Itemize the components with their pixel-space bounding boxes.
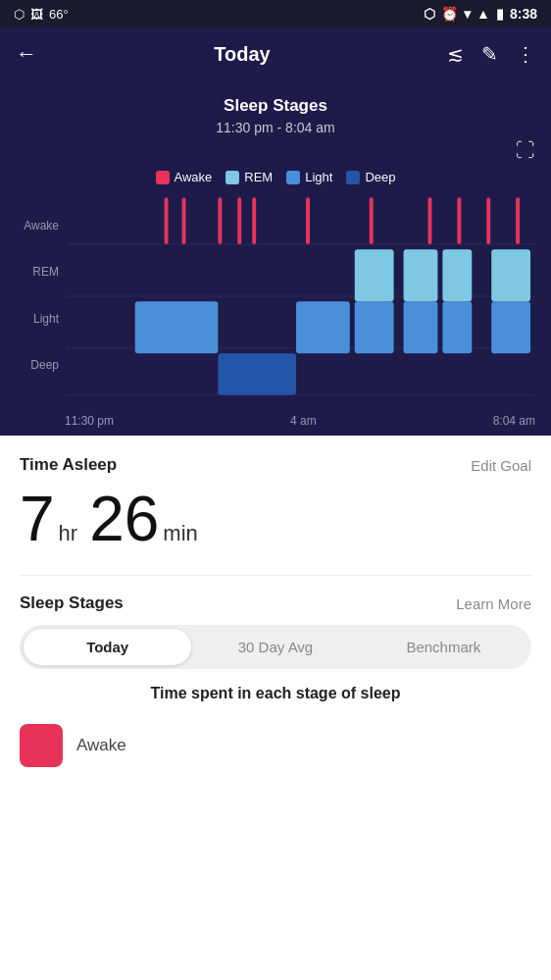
sleep-chart-area: Awake REM Light Deep	[16, 192, 535, 428]
svg-rect-13	[442, 249, 472, 301]
image-icon: 🖼	[30, 7, 43, 22]
svg-rect-24	[486, 197, 490, 244]
y-label-rem: REM	[16, 265, 65, 279]
status-left: ⬡ 🖼 66°	[14, 7, 69, 22]
svg-rect-6	[296, 301, 350, 353]
svg-rect-11	[355, 249, 394, 301]
legend-rem: REM	[225, 170, 273, 184]
x-labels: 11:30 pm 4 am 8:04 am	[65, 414, 535, 428]
hours-value: 7	[20, 483, 55, 555]
battery-icon: ▮	[496, 6, 504, 22]
hr-unit: hr	[59, 521, 78, 546]
x-label-mid: 4 am	[290, 414, 317, 428]
temperature: 66°	[49, 7, 69, 22]
x-label-start: 11:30 pm	[65, 414, 114, 428]
tab-benchmark[interactable]: Benchmark	[360, 629, 527, 665]
svg-rect-16	[182, 197, 186, 244]
svg-rect-10	[491, 301, 530, 353]
svg-rect-20	[306, 197, 310, 244]
sleep-stages-header: Sleep Stages Learn More	[20, 593, 531, 613]
status-bar: ⬡ 🖼 66° ⬡ ⏰ ▾ ▲ ▮ 8:38	[0, 0, 551, 27]
awake-color-box	[156, 171, 170, 184]
svg-rect-23	[457, 197, 461, 244]
svg-rect-5	[135, 301, 219, 353]
svg-rect-4	[218, 353, 296, 394]
chart-svg	[67, 192, 535, 400]
svg-rect-25	[516, 197, 520, 244]
svg-rect-21	[370, 197, 374, 244]
rem-label: REM	[244, 170, 273, 184]
app-icon: ⬡	[14, 7, 25, 22]
light-label: Light	[305, 170, 332, 184]
page-title: Today	[49, 43, 435, 66]
main-content: Time Asleep Edit Goal 7 hr 26 min Sleep …	[0, 436, 551, 795]
deep-color-box	[346, 171, 360, 184]
x-label-end: 8:04 am	[493, 414, 535, 428]
svg-rect-14	[491, 249, 530, 301]
svg-rect-9	[442, 301, 472, 353]
stages-subtitle: Time spent in each stage of sleep	[20, 685, 531, 702]
back-button[interactable]: ←	[16, 41, 37, 67]
learn-more-button[interactable]: Learn More	[456, 595, 531, 612]
svg-rect-7	[355, 301, 394, 353]
awake-stage-label: Awake	[76, 736, 126, 755]
nav-actions: ≲ ✎ ⋮	[447, 42, 535, 66]
time-display: 8:38	[510, 6, 537, 22]
time-asleep-header: Time Asleep Edit Goal	[20, 455, 531, 475]
chart-time-range: 11:30 pm - 8:04 am	[16, 120, 535, 135]
edit-button[interactable]: ✎	[481, 42, 498, 66]
y-label-deep: Deep	[16, 358, 65, 372]
edit-goal-button[interactable]: Edit Goal	[471, 457, 531, 474]
awake-stage-box	[20, 724, 63, 767]
legend: Awake REM Light Deep	[16, 170, 535, 184]
minutes-value: 26	[89, 483, 159, 555]
y-labels: Awake REM Light Deep	[16, 192, 65, 398]
svg-rect-22	[427, 197, 431, 244]
more-button[interactable]: ⋮	[516, 42, 535, 66]
time-asleep-value: 7 hr 26 min	[20, 483, 531, 555]
svg-rect-15	[165, 197, 169, 244]
legend-light: Light	[286, 170, 332, 184]
svg-rect-18	[237, 197, 241, 244]
light-color-box	[286, 171, 300, 184]
min-unit: min	[163, 521, 197, 546]
time-asleep-label: Time Asleep	[20, 455, 117, 475]
share-button[interactable]: ≲	[447, 42, 464, 66]
sleep-chart-container: Sleep Stages 11:30 pm - 8:04 am ⛶ Awake …	[0, 80, 551, 436]
signal-icon: ▲	[476, 6, 490, 22]
tab-30day[interactable]: 30 Day Avg	[191, 629, 359, 665]
svg-rect-8	[404, 301, 438, 353]
tabs-container: Today 30 Day Avg Benchmark	[20, 625, 531, 669]
tab-today[interactable]: Today	[24, 629, 191, 665]
svg-rect-17	[218, 197, 222, 244]
legend-awake: Awake	[156, 170, 213, 184]
sleep-stages-label: Sleep Stages	[20, 593, 124, 613]
wifi-icon: ▾	[464, 6, 471, 22]
chart-title: Sleep Stages	[16, 96, 535, 116]
stage-row-awake: Awake	[20, 716, 531, 775]
svg-rect-19	[252, 197, 256, 244]
deep-label: Deep	[365, 170, 395, 184]
svg-rect-12	[404, 249, 438, 301]
expand-icon[interactable]: ⛶	[516, 139, 535, 162]
y-label-light: Light	[16, 312, 65, 326]
y-label-awake: Awake	[16, 219, 65, 232]
awake-label: Awake	[175, 170, 213, 184]
top-nav: ← Today ≲ ✎ ⋮	[0, 27, 551, 80]
rem-color-box	[225, 171, 239, 184]
legend-deep: Deep	[346, 170, 395, 184]
bluetooth-icon: ⬡	[424, 6, 435, 22]
alarm-icon: ⏰	[441, 6, 458, 22]
status-right: ⬡ ⏰ ▾ ▲ ▮ 8:38	[424, 6, 537, 22]
